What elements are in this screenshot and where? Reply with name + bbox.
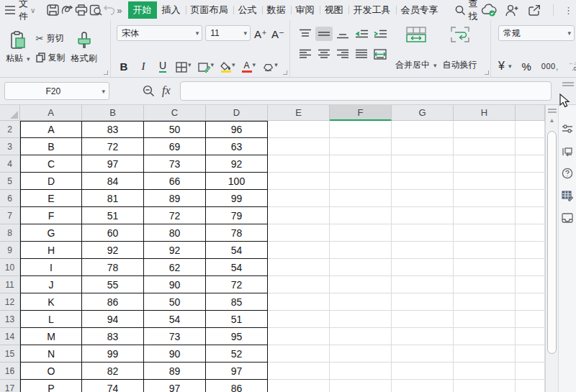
cell-D12[interactable]: 85 <box>206 293 268 311</box>
chevron-down-icon[interactable]: ∨ <box>30 6 35 14</box>
row-header-15[interactable]: 15 <box>0 345 20 363</box>
row-header-17[interactable]: 17 <box>0 380 20 392</box>
cell-F13[interactable] <box>330 311 392 328</box>
cell-B10[interactable]: 78 <box>82 259 144 276</box>
tab-视图[interactable]: 视图 <box>320 1 348 19</box>
sliders-icon[interactable] <box>561 122 574 135</box>
cell-A11[interactable]: J <box>20 276 82 293</box>
currency-button[interactable]: ¥▾ <box>498 60 511 73</box>
cell-G17[interactable] <box>392 380 454 392</box>
cell-B8[interactable]: 60 <box>82 224 144 242</box>
cell-C9[interactable]: 92 <box>144 242 206 259</box>
cell-B7[interactable]: 51 <box>82 207 144 224</box>
shrink-font-button[interactable]: A⁻ <box>271 25 285 41</box>
cell-G4[interactable] <box>392 155 454 173</box>
cell-D13[interactable]: 51 <box>206 311 268 328</box>
cell-B3[interactable]: 72 <box>82 138 144 155</box>
align-middle-icon[interactable] <box>315 27 333 41</box>
cell-G9[interactable] <box>392 242 454 259</box>
copy-button[interactable]: 复制 <box>36 52 66 64</box>
row-header-8[interactable]: 8 <box>0 224 20 242</box>
cell-A5[interactable]: D <box>20 173 82 190</box>
font-size-select[interactable]: 11 ▾ <box>205 25 251 41</box>
bold-button[interactable]: B <box>117 57 131 73</box>
column-header-D[interactable]: D <box>206 105 268 121</box>
cell-H17[interactable] <box>454 380 516 392</box>
cell-partial-8[interactable] <box>516 224 545 242</box>
row-header-7[interactable]: 7 <box>0 207 20 224</box>
cell-G14[interactable] <box>392 328 454 345</box>
tab-插入[interactable]: 插入 <box>157 1 186 19</box>
cell-D10[interactable]: 54 <box>206 259 268 276</box>
cell-H16[interactable] <box>454 363 516 380</box>
cell-B17[interactable]: 74 <box>82 380 144 392</box>
column-header-A[interactable]: A <box>20 105 82 121</box>
cell-H2[interactable] <box>454 121 516 138</box>
borders-button[interactable]: ▾ <box>175 57 192 73</box>
undo-icon[interactable] <box>104 2 115 18</box>
cell-H11[interactable] <box>454 276 516 293</box>
cell-A12[interactable]: K <box>20 293 82 311</box>
insert-function-button[interactable]: fx <box>162 84 171 97</box>
archive-box-icon[interactable] <box>561 211 574 224</box>
cell-B13[interactable]: 94 <box>82 311 144 328</box>
cell-A8[interactable]: G <box>20 224 82 242</box>
cell-C10[interactable]: 62 <box>144 259 206 276</box>
cell-B2[interactable]: 83 <box>82 121 144 138</box>
cell-partial-2[interactable] <box>516 121 545 138</box>
cell-partial-4[interactable] <box>516 155 545 173</box>
column-header-F[interactable]: F <box>330 105 392 121</box>
scroll-up-icon[interactable]: ▲ <box>546 114 558 126</box>
draw-border-button[interactable]: ▾ <box>197 57 215 73</box>
column-header-partial[interactable] <box>516 105 545 121</box>
cell-D16[interactable]: 97 <box>206 363 268 380</box>
align-right-icon[interactable] <box>334 47 351 61</box>
export-pdf-icon[interactable] <box>60 2 73 18</box>
tab-开发工具[interactable]: 开发工具 <box>348 1 396 19</box>
print-icon[interactable] <box>75 2 88 18</box>
cell-F10[interactable] <box>330 259 392 276</box>
cut-button[interactable]: ✂ 剪切 <box>36 32 66 45</box>
decrease-indent-icon[interactable] <box>353 27 370 41</box>
justify-icon[interactable] <box>353 47 370 61</box>
fill-color-button[interactable]: ▾ <box>220 57 236 73</box>
italic-button[interactable]: I <box>136 57 150 73</box>
cell-D2[interactable]: 96 <box>206 121 268 138</box>
align-bottom-icon[interactable] <box>334 27 351 41</box>
cell-H14[interactable] <box>454 328 516 345</box>
row-header-6[interactable]: 6 <box>0 190 20 207</box>
cell-A15[interactable]: N <box>20 345 82 363</box>
cell-F17[interactable] <box>330 380 392 392</box>
cell-G13[interactable] <box>392 311 454 328</box>
cell-F5[interactable] <box>330 173 392 190</box>
cell-partial-11[interactable] <box>516 276 545 293</box>
scrollbar-thumb[interactable] <box>547 131 557 354</box>
cell-G8[interactable] <box>392 224 454 242</box>
cell-C17[interactable]: 97 <box>144 380 206 392</box>
cell-G11[interactable] <box>392 276 454 293</box>
cell-E16[interactable] <box>268 363 330 380</box>
cell-C6[interactable]: 89 <box>144 190 206 207</box>
cell-A16[interactable]: O <box>20 363 82 380</box>
number-format-select[interactable]: 常规 ▾ <box>498 25 575 41</box>
cell-A17[interactable]: P <box>20 380 82 392</box>
cell-G12[interactable] <box>392 293 454 311</box>
cell-C2[interactable]: 50 <box>144 121 206 138</box>
cell-B5[interactable]: 84 <box>82 173 144 190</box>
cell-C12[interactable]: 50 <box>144 293 206 311</box>
cell-E13[interactable] <box>268 311 330 328</box>
cell-E11[interactable] <box>268 276 330 293</box>
cell-A14[interactable]: M <box>20 328 82 345</box>
cell-E12[interactable] <box>268 293 330 311</box>
row-header-11[interactable]: 11 <box>0 276 20 293</box>
cell-F2[interactable] <box>330 121 392 138</box>
cell-E15[interactable] <box>268 345 330 363</box>
cell-D4[interactable]: 92 <box>206 155 268 173</box>
cell-E17[interactable] <box>268 380 330 392</box>
table-edit-icon[interactable] <box>561 189 574 202</box>
cell-F9[interactable] <box>330 242 392 259</box>
row-header-5[interactable]: 5 <box>0 173 20 190</box>
tab-开始[interactable]: 开始 <box>128 1 157 19</box>
cell-E8[interactable] <box>268 224 330 242</box>
cell-partial-7[interactable] <box>516 207 545 224</box>
